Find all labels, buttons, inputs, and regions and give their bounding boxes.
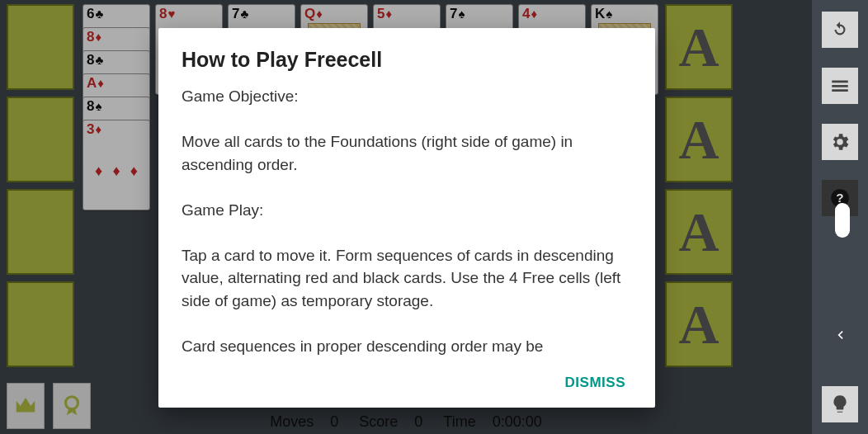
scroll-pill[interactable] [835,203,850,238]
refresh-icon [829,19,851,40]
hint-button[interactable] [822,386,858,422]
gear-icon [829,131,851,153]
dialog-actions: DISMISS [182,361,632,398]
lightbulb-icon [829,394,851,415]
settings-button[interactable] [822,124,858,160]
chevron-left-icon [832,327,848,343]
refresh-button[interactable] [822,12,858,48]
menu-button[interactable] [822,68,858,104]
dialog-title: How to Play Freecell [182,48,632,72]
how-to-play-dialog: How to Play Freecell Game Objective: Mov… [158,28,655,408]
dismiss-button[interactable]: DISMISS [559,368,632,398]
dialog-body[interactable]: Game Objective: Move all cards to the Fo… [182,85,632,361]
menu-icon [829,75,851,97]
game-area: A A A A 6♣♣♣♣♣♣♣8♦♦♦♦♦♦♦♦♦8♣♣♣♣♣♣♣♣♣A♦♦8… [0,0,812,434]
collapse-chevron[interactable] [832,327,848,343]
